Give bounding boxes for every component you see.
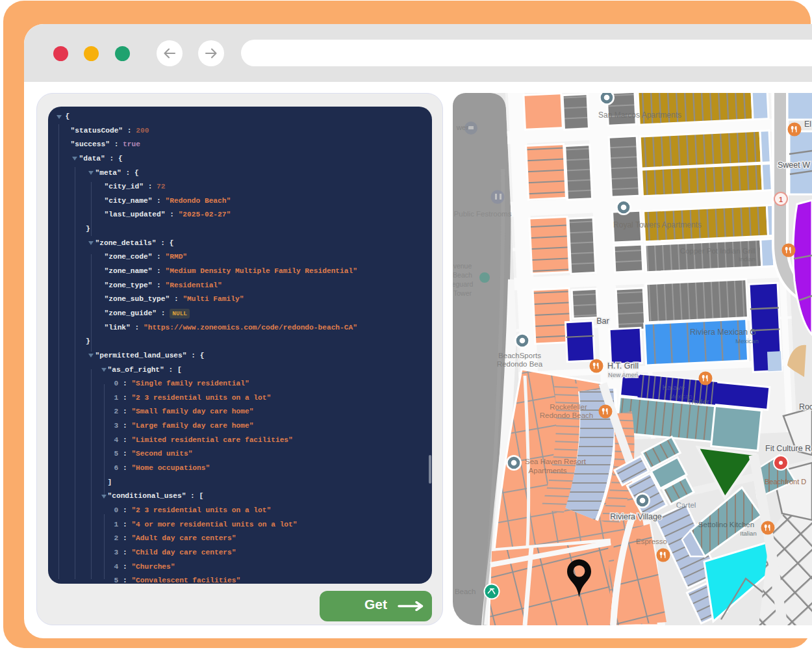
- svg-text:Indian: Indian: [739, 255, 755, 263]
- svg-text:El: El: [804, 120, 811, 129]
- svg-text:Mexican: Mexican: [735, 337, 758, 344]
- svg-text:Copper Pot Indian Grill: Copper Pot Indian Grill: [680, 247, 755, 255]
- svg-text:Tower: Tower: [453, 289, 472, 297]
- svg-text:Public Festrooms: Public Festrooms: [454, 210, 512, 218]
- svg-text:Royal Towers Apartments: Royal Towers Apartments: [613, 220, 702, 229]
- svg-text:BeachSports: BeachSports: [498, 352, 541, 359]
- svg-text:Beachfront D: Beachfront D: [765, 478, 806, 486]
- svg-text:Beach: Beach: [453, 271, 472, 279]
- svg-text:eguard: eguard: [453, 280, 474, 288]
- svg-text:1: 1: [779, 196, 783, 203]
- svg-text:Rockefeller: Rockefeller: [550, 403, 587, 411]
- svg-text:Sweet W: Sweet W: [778, 161, 810, 170]
- svg-text:wer: wer: [456, 124, 469, 131]
- svg-text:Settolino Kitchen: Settolino Kitchen: [698, 521, 754, 528]
- svg-text:San Marcos Apartments: San Marcos Apartments: [598, 110, 681, 120]
- svg-text:Cartel: Cartel: [676, 501, 696, 509]
- svg-text:New Ameri: New Ameri: [608, 371, 638, 378]
- svg-text:Apartments: Apartments: [529, 467, 567, 474]
- svg-text:Kalave: Kalave: [662, 384, 685, 391]
- svg-text:Bar: Bar: [596, 317, 609, 326]
- svg-text:Sea Haven Resort: Sea Haven Resort: [525, 458, 587, 465]
- svg-text:Riviera Mexican G: Riviera Mexican G: [690, 328, 756, 337]
- svg-text:Redondo Bea: Redondo Bea: [497, 360, 543, 368]
- svg-text:Riviera Village: Riviera Village: [610, 512, 662, 521]
- svg-text:H.T. Grill: H.T. Grill: [607, 361, 639, 370]
- svg-text:Redondo Beach: Redondo Beach: [540, 411, 593, 419]
- svg-text:Trader: Trader: [687, 398, 709, 406]
- svg-text:Espresso: Espresso: [636, 538, 667, 545]
- svg-text:Fit Culture R: Fit Culture R: [765, 444, 811, 453]
- svg-text:Italian: Italian: [740, 530, 756, 537]
- svg-text:Roc: Roc: [799, 402, 812, 411]
- svg-text:t Beach: t Beach: [453, 588, 476, 595]
- svg-text:venue: venue: [453, 262, 472, 270]
